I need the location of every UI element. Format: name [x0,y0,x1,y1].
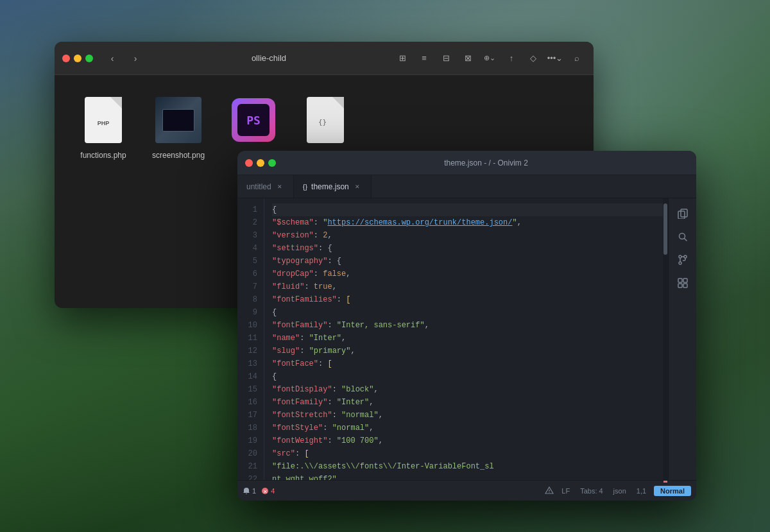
svg-rect-1 [681,209,687,217]
finder-minimize-button[interactable] [74,55,81,62]
code-line-15: "fontDisplay": "block", [272,383,663,396]
php-file-icon: PHP [85,97,122,143]
sidebar-copy-icon[interactable] [672,203,693,224]
svg-rect-10 [678,284,682,287]
code-line-13: "fontFace": [ [272,357,663,370]
status-language: json [611,487,629,495]
editor-right-sidebar [668,198,696,480]
phpstorm-app-icon: PS [232,98,275,142]
editor-maximize-button[interactable] [268,159,276,167]
finder-icon-columns[interactable]: ⊟ [437,49,455,67]
scrollbar-thumb[interactable] [663,203,667,255]
file-item-screenshot-png[interactable]: screenshot.png [152,94,205,160]
status-tabs: Tabs: 4 [578,487,605,495]
finder-icon-list[interactable]: ≡ [415,49,433,67]
line-num-20: 20 [237,447,264,460]
file-item-style-css[interactable]: PS style.css [230,94,277,160]
editor-code-section[interactable]: 1 2 3 4 5 6 7 8 9 10 11 12 13 14 15 16 1… [237,198,663,480]
code-editor[interactable]: { "$schema": "https://schemas.wp.org/tru… [264,198,663,480]
code-line-5: "typography": { [272,255,663,268]
line-num-14: 14 [237,370,264,383]
line-num-1: 1 [237,203,264,216]
file-icon-phpstorm: PS [230,94,277,146]
finder-toolbar: ‹ › ollie-child ⊞ ≡ ⊟ ⊠ ⊕⌄ ↑ ◇ •••⌄ ⌕ [55,42,594,75]
status-warning-icon [545,486,554,496]
status-line-ending: LF [559,487,572,495]
php-icon-label: PHP [98,120,110,126]
svg-point-15 [549,492,550,492]
code-line-6: "dropCap": false, [272,268,663,280]
svg-point-5 [679,255,681,258]
file-icon-php: PHP [80,94,126,146]
line-num-16: 16 [237,396,264,409]
code-line-21a: "file:.\\/assets\\/fonts\\/Inter-Variabl… [272,460,663,473]
editor-scrollbar[interactable] [663,198,668,480]
code-line-4: "settings": { [272,242,663,255]
finder-icon-tag[interactable]: ◇ [524,49,542,67]
file-label-screenshot-png: screenshot.png [152,151,205,160]
phpstorm-logo-container: PS [237,104,270,136]
file-icon-json: {} [302,94,348,146]
line-num-10: 10 [237,319,264,332]
status-cursor: 1,1 [634,487,649,495]
finder-icon-more[interactable]: •••⌄ [546,49,564,67]
json-icon-svg: {} [316,110,335,130]
editor-statusbar: 1 ✕ 4 LF Tabs: 4 json 1,1 Normal [237,480,696,501]
sidebar-extensions-icon[interactable] [672,273,693,293]
line-num-2: 2 [237,216,264,229]
file-item-theme-json[interactable]: {} theme.json [302,94,348,160]
tab-untitled-close[interactable]: ✕ [275,182,284,191]
status-mode: Normal [654,486,691,496]
finder-forward-button[interactable]: › [126,49,144,67]
editor-titlebar: theme.json - / - Onivim 2 [237,151,696,175]
code-line-8: "fontFamilies": [ [272,293,663,306]
editor-close-button[interactable] [245,159,253,167]
sidebar-git-icon[interactable] [672,250,693,270]
finder-traffic-lights [62,55,93,62]
finder-icon-gallery[interactable]: ⊠ [459,49,477,67]
file-item-functions-php[interactable]: PHP functions.php [80,94,126,160]
line-num-17: 17 [237,409,264,422]
finder-icon-share[interactable]: ↑ [502,49,520,67]
editor-traffic-lights [245,159,276,167]
tab-theme-json-close[interactable]: ✕ [353,182,362,191]
file-icon-png [155,94,201,146]
svg-point-6 [679,262,681,264]
code-line-18: "fontStyle": "normal", [272,422,663,434]
code-line-21b: nt,wght.woff2" [272,473,663,480]
line-numbers: 1 2 3 4 5 6 7 8 9 10 11 12 13 14 15 16 1… [237,198,264,480]
finder-back-button[interactable]: ‹ [103,49,121,67]
tab-untitled[interactable]: untitled ✕ [237,175,294,198]
code-line-11: "name": "Inter", [272,332,663,345]
sidebar-search-icon[interactable] [672,227,693,247]
finder-close-button[interactable] [62,55,70,62]
svg-text:{}: {} [318,118,327,126]
status-bell: 1 [243,487,256,495]
json-file-icon: {} [307,97,344,143]
line-num-9: 9 [237,306,264,319]
svg-point-7 [684,255,687,258]
png-screen-preview [162,109,194,132]
code-line-3: "version": 2, [272,229,663,242]
scrollbar-error-marker [663,481,667,483]
code-line-17: "fontStretch": "normal", [272,409,663,422]
status-errors: ✕ 4 [261,487,275,495]
line-num-4: 4 [237,242,264,255]
svg-line-4 [684,239,687,241]
finder-maximize-button[interactable] [85,55,93,62]
line-num-13: 13 [237,357,264,370]
finder-icon-search[interactable]: ⌕ [568,49,586,67]
finder-icon-grid[interactable]: ⊞ [393,49,411,67]
code-line-20: "src": [ [272,447,663,460]
editor-minimize-button[interactable] [257,159,264,167]
tab-theme-json-icon: {} [303,183,307,191]
bell-count: 1 [252,487,256,495]
svg-text:✕: ✕ [263,488,268,494]
error-icon: ✕ [261,487,269,495]
tab-theme-json[interactable]: {} theme.json ✕ [294,175,372,198]
tab-theme-json-label: theme.json [311,182,349,191]
error-count: 4 [271,487,275,495]
code-line-19: "fontWeight": "100 700", [272,434,663,447]
finder-icon-tags[interactable]: ⊕⌄ [481,49,499,67]
code-line-9: { [272,306,663,319]
